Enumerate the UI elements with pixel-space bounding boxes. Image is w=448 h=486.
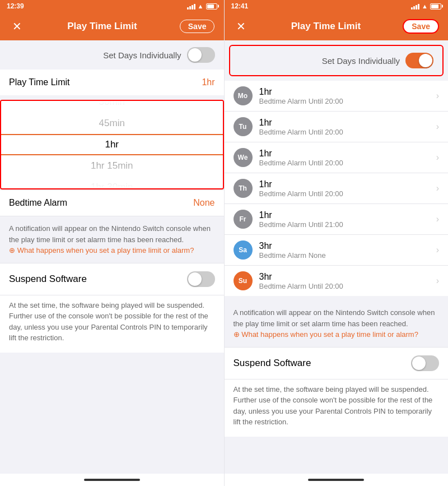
left-suspend-row: Suspend Software xyxy=(0,263,224,295)
left-suspend-section: Suspend Software At the set time, the so… xyxy=(0,263,224,353)
left-play-time-row: Play Time Limit 1hr xyxy=(0,70,224,95)
left-header: ✕ Play Time Limit Save xyxy=(0,12,224,40)
left-desc-link[interactable]: What happens when you set a play time li… xyxy=(9,245,215,256)
left-play-time-section: Play Time Limit 1hr xyxy=(0,70,224,95)
left-status-right: ▲ xyxy=(187,3,217,10)
right-toggle-thumb xyxy=(419,54,432,67)
right-status-right: ▲ xyxy=(411,3,441,10)
day-circle-mo: Mo xyxy=(234,86,253,105)
day-row-we[interactable]: We 1hr Bedtime Alarm Until 20:00 › xyxy=(225,142,449,173)
right-suspend-row: Suspend Software xyxy=(225,347,449,379)
left-set-days-row: Set Days Individually xyxy=(0,40,224,70)
right-suspend-toggle[interactable] xyxy=(411,355,439,371)
right-content: Set Days Individually Mo 1hr Bedtime Ala… xyxy=(225,40,449,474)
right-time: 12:41 xyxy=(231,2,249,10)
day-chevron-su: › xyxy=(436,276,439,286)
signal-icon xyxy=(187,3,195,10)
day-time-sa: 3hr xyxy=(259,241,436,251)
right-day-list: Mo 1hr Bedtime Alarm Until 20:00 › Tu 1h… xyxy=(225,81,449,296)
left-suspend-label: Suspend Software xyxy=(9,274,87,285)
right-set-days-label: Set Days Individually xyxy=(322,56,400,66)
day-chevron-we: › xyxy=(436,152,439,163)
day-time-mo: 1hr xyxy=(259,87,436,97)
left-description: A notification will appear on the Ninten… xyxy=(0,216,224,263)
left-toggle-thumb xyxy=(188,48,202,62)
left-suspend-toggle[interactable] xyxy=(187,271,215,287)
left-suspend-desc: At the set time, the software being play… xyxy=(0,295,224,353)
right-desc-text: A notification will appear on the Ninten… xyxy=(234,307,440,329)
day-circle-fr: Fr xyxy=(234,210,253,229)
right-suspend-desc-text: At the set time, the software being play… xyxy=(234,384,440,428)
left-suspend-desc-text: At the set time, the software being play… xyxy=(9,300,215,344)
day-chevron-tu: › xyxy=(436,122,439,132)
right-signal-icon xyxy=(411,3,419,10)
day-chevron-mo: › xyxy=(436,91,439,101)
left-picker[interactable]: Not restricted 15min 30min 45min 1hr 1hr… xyxy=(0,100,224,189)
day-circle-su: Su xyxy=(234,271,253,290)
day-circle-we: We xyxy=(234,148,253,167)
right-suspend-section: Suspend Software At the set time, the so… xyxy=(225,347,449,437)
day-circle-th: Th xyxy=(234,179,253,198)
day-alarm-tu: Bedtime Alarm Until 20:00 xyxy=(259,128,436,136)
right-suspend-label: Suspend Software xyxy=(234,358,311,369)
left-set-days-toggle[interactable] xyxy=(187,47,215,63)
right-save-button[interactable]: Save xyxy=(403,19,439,34)
right-close-button[interactable]: ✕ xyxy=(234,18,249,34)
day-row-fr[interactable]: Fr 1hr Bedtime Alarm Until 21:00 › xyxy=(225,204,449,235)
left-desc-text: A notification will appear on the Ninten… xyxy=(9,223,215,245)
left-panel: 12:39 ▲ ✕ Play Time Limit Save Set Days … xyxy=(0,0,224,486)
day-time-th: 1hr xyxy=(259,179,436,189)
left-save-button[interactable]: Save xyxy=(180,20,215,33)
right-status-bar: 12:41 ▲ xyxy=(225,0,449,12)
left-content: Set Days Individually Play Time Limit 1h… xyxy=(0,40,224,474)
day-alarm-fr: Bedtime Alarm Until 21:00 xyxy=(259,220,436,229)
right-set-days-toggle[interactable] xyxy=(405,53,433,68)
right-header-title: Play Time Limit xyxy=(291,21,361,32)
day-row-th[interactable]: Th 1hr Bedtime Alarm Until 20:00 › xyxy=(225,173,449,204)
day-circle-tu: Tu xyxy=(234,117,253,136)
left-bedtime-row[interactable]: Bedtime Alarm None xyxy=(0,189,224,216)
wifi-icon: ▲ xyxy=(198,3,204,10)
day-alarm-su: Bedtime Alarm Until 20:00 xyxy=(259,282,436,290)
day-chevron-fr: › xyxy=(436,214,439,224)
right-set-days-row: Set Days Individually xyxy=(229,45,444,76)
right-suspend-desc: At the set time, the software being play… xyxy=(225,379,449,437)
left-header-title: Play Time Limit xyxy=(67,21,137,32)
battery-icon xyxy=(206,3,217,10)
right-battery-icon xyxy=(430,3,441,10)
left-play-time-label: Play Time Limit xyxy=(9,77,69,87)
day-alarm-sa: Bedtime Alarm None xyxy=(259,251,436,260)
day-alarm-we: Bedtime Alarm Until 20:00 xyxy=(259,159,436,167)
day-alarm-mo: Bedtime Alarm Until 20:00 xyxy=(259,97,436,105)
day-time-we: 1hr xyxy=(259,149,436,159)
day-row-mo[interactable]: Mo 1hr Bedtime Alarm Until 20:00 › xyxy=(225,81,449,112)
left-play-time-value: 1hr xyxy=(202,77,214,87)
left-set-days-label: Set Days Individually xyxy=(103,50,181,60)
day-circle-sa: Sa xyxy=(234,240,253,260)
left-status-bar: 12:39 ▲ xyxy=(0,0,224,12)
day-time-fr: 1hr xyxy=(259,210,436,220)
left-bedtime-label: Bedtime Alarm xyxy=(9,198,67,208)
right-panel: 12:41 ▲ ✕ Play Time Limit Save Set Days … xyxy=(225,0,449,486)
day-row-sa[interactable]: Sa 3hr Bedtime Alarm None › xyxy=(225,235,449,266)
right-home-indicator xyxy=(225,474,449,486)
left-close-button[interactable]: ✕ xyxy=(9,18,25,34)
day-time-su: 3hr xyxy=(259,272,436,282)
day-chevron-th: › xyxy=(436,183,439,193)
day-row-tu[interactable]: Tu 1hr Bedtime Alarm Until 20:00 › xyxy=(225,112,449,142)
left-time: 12:39 xyxy=(7,2,24,10)
right-header: ✕ Play Time Limit Save xyxy=(225,12,449,40)
right-wifi-icon: ▲ xyxy=(422,3,428,10)
day-time-tu: 1hr xyxy=(259,118,436,128)
left-bedtime-value: None xyxy=(193,198,214,208)
picker-selection-highlight xyxy=(1,134,223,155)
left-home-indicator xyxy=(0,474,224,486)
right-description: A notification will appear on the Ninten… xyxy=(225,300,449,347)
day-row-su[interactable]: Su 3hr Bedtime Alarm Until 20:00 › xyxy=(225,266,449,296)
day-chevron-sa: › xyxy=(436,245,439,255)
day-alarm-th: Bedtime Alarm Until 20:00 xyxy=(259,189,436,198)
right-desc-link[interactable]: What happens when you set a play time li… xyxy=(234,329,440,340)
